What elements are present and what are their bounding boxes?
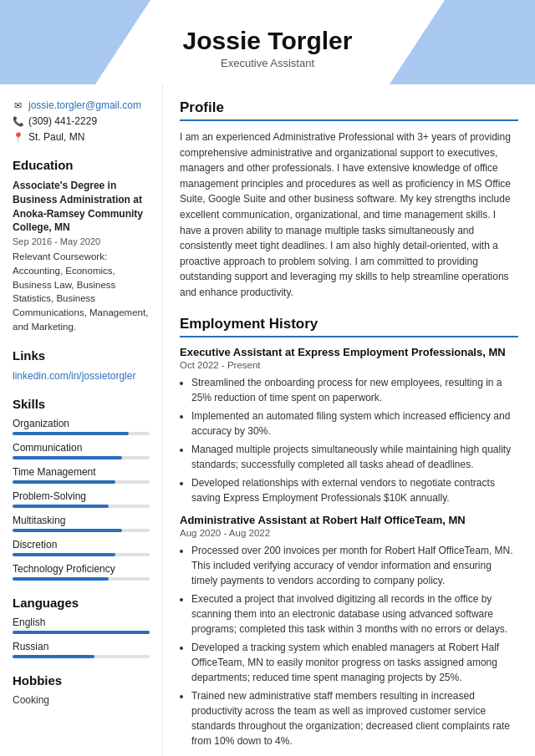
contact-email-row: ✉ jossie.torgler@gmail.com [13, 99, 150, 111]
employment-section: Employment History Executive Assistant a… [180, 316, 518, 748]
candidate-name: Jossie Torgler [17, 27, 518, 55]
email-icon: ✉ [13, 100, 23, 111]
skill-name: Discretion [13, 539, 150, 551]
job-bullets: Streamlined the onboarding process for n… [180, 375, 518, 505]
job-date: Aug 2020 - Aug 2022 [180, 528, 518, 538]
links-section: Links linkedin.com/in/jossietorgler [13, 348, 150, 382]
education-title: Education [13, 158, 150, 172]
skill-item: Problem-Solving [13, 490, 150, 508]
contact-email[interactable]: jossie.torgler@gmail.com [28, 99, 141, 111]
contact-location-row: 📍 St. Paul, MN [13, 131, 150, 143]
job-bullet: Managed multiple projects simultaneously… [191, 442, 518, 472]
skill-bar-fill [13, 505, 109, 508]
skill-item: Time Management [13, 466, 150, 484]
skill-bar-bg [13, 456, 150, 459]
skill-bar-bg [13, 480, 150, 484]
location-icon: 📍 [13, 132, 23, 143]
job-bullet: Processed over 200 invoices per month fo… [191, 543, 518, 588]
job-item: Executive Assistant at Express Employmen… [180, 346, 518, 505]
skill-item: Technology Proficiency [13, 563, 150, 581]
skill-bar-fill [13, 480, 115, 484]
job-bullets: Processed over 200 invoices per month fo… [180, 543, 518, 748]
job-bullet: Developed a tracking system which enable… [191, 640, 518, 685]
skill-item: Discretion [13, 539, 150, 556]
main-content: Profile I am an experienced Administrati… [163, 84, 535, 756]
skill-name: Organization [13, 418, 150, 429]
skill-bar-fill [13, 432, 129, 435]
education-section: Education Associate's Degree in Business… [13, 158, 150, 333]
hobbies-section: Hobbies Cooking [13, 673, 150, 706]
page-header: Jossie Torgler Executive Assistant [0, 0, 535, 84]
hobbies-list: Cooking [13, 694, 150, 706]
language-item: Russian [13, 641, 150, 658]
candidate-title: Executive Assistant [17, 57, 518, 69]
skill-item: Communication [13, 442, 150, 459]
job-bullet: Executed a project that involved digitiz… [191, 591, 518, 637]
job-bullet: Developed relationships with external ve… [191, 475, 518, 505]
language-bar-fill [13, 655, 94, 658]
language-bar-fill [13, 631, 150, 634]
job-date: Oct 2022 - Present [180, 360, 518, 370]
job-bullet: Trained new administrative staff members… [191, 688, 518, 748]
hobby-item: Cooking [13, 694, 150, 706]
profile-section: Profile I am an experienced Administrati… [180, 99, 518, 301]
edu-courses: Relevant Coursework: Accounting, Economi… [13, 250, 150, 333]
skill-name: Multitasking [13, 515, 150, 526]
skill-name: Communication [13, 442, 150, 454]
skill-bar-fill [13, 456, 122, 459]
language-bar-bg [13, 631, 150, 634]
body-layout: ✉ jossie.torgler@gmail.com 📞 (309) 441-2… [0, 84, 535, 756]
employment-title: Employment History [180, 316, 518, 337]
contact-location: St. Paul, MN [28, 131, 84, 143]
jobs-list: Executive Assistant at Express Employmen… [180, 346, 518, 748]
skill-bar-bg [13, 529, 150, 532]
skill-bar-fill [13, 529, 122, 532]
contact-phone: (309) 441-2229 [28, 115, 97, 127]
sidebar: ✉ jossie.torgler@gmail.com 📞 (309) 441-2… [0, 84, 163, 756]
skill-name: Technology Proficiency [13, 563, 150, 575]
edu-degree: Associate's Degree in Business Administr… [13, 179, 150, 235]
contact-phone-row: 📞 (309) 441-2229 [13, 115, 150, 127]
phone-icon: 📞 [13, 116, 23, 127]
linkedin-link[interactable]: linkedin.com/in/jossietorgler [13, 370, 135, 382]
skills-list: Organization Communication Time Manageme… [13, 418, 150, 581]
profile-title: Profile [180, 99, 518, 121]
skill-bar-fill [13, 553, 115, 556]
language-bar-bg [13, 655, 150, 658]
languages-list: English Russian [13, 616, 150, 658]
job-bullet: Implemented an automated filing system w… [191, 408, 518, 439]
job-bullet: Streamlined the onboarding process for n… [191, 375, 518, 405]
linkedin-link-row: linkedin.com/in/jossietorgler [13, 369, 150, 382]
job-item: Administrative Assistant at Robert Half … [180, 514, 518, 748]
languages-title: Languages [13, 596, 150, 610]
skill-bar-fill [13, 577, 109, 581]
contact-section: ✉ jossie.torgler@gmail.com 📞 (309) 441-2… [13, 99, 150, 143]
skills-title: Skills [13, 397, 150, 411]
languages-section: Languages English Russian [13, 596, 150, 658]
skill-bar-bg [13, 577, 150, 581]
edu-courses-label: Relevant Coursework: [13, 251, 107, 261]
edu-courses-text: Accounting, Economics, Business Law, Bus… [13, 266, 148, 332]
skill-bar-bg [13, 505, 150, 508]
language-name: English [13, 616, 150, 628]
job-title: Executive Assistant at Express Employmen… [180, 346, 518, 358]
profile-text: I am an experienced Administrative Profe… [180, 129, 518, 301]
edu-date: Sep 2016 - May 2020 [13, 236, 150, 246]
hobbies-title: Hobbies [13, 673, 150, 688]
skill-item: Multitasking [13, 515, 150, 532]
language-item: English [13, 616, 150, 634]
language-name: Russian [13, 641, 150, 652]
job-title: Administrative Assistant at Robert Half … [180, 514, 518, 526]
skill-name: Time Management [13, 466, 150, 478]
skill-name: Problem-Solving [13, 490, 150, 502]
skills-section: Skills Organization Communication Time M… [13, 397, 150, 581]
skill-item: Organization [13, 418, 150, 435]
links-title: Links [13, 348, 150, 363]
skill-bar-bg [13, 432, 150, 435]
skill-bar-bg [13, 553, 150, 556]
